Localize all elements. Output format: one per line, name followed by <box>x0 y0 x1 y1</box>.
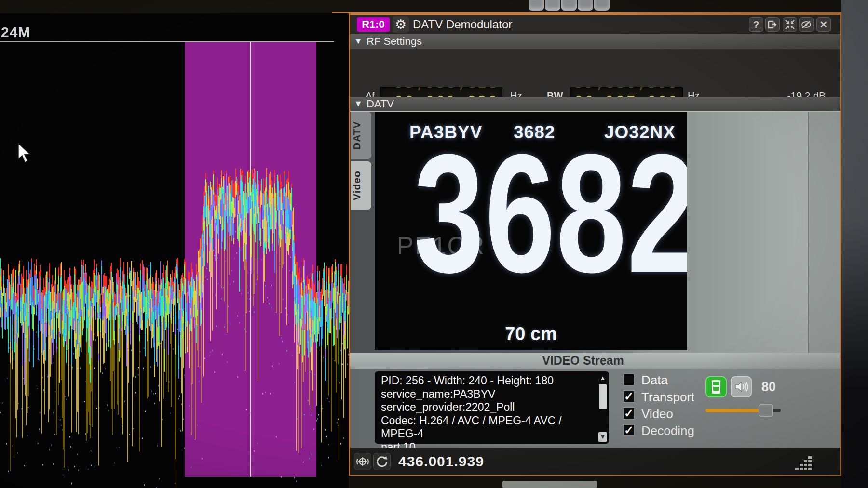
tab-video[interactable]: Video <box>351 161 371 210</box>
screen-right-edge <box>841 0 868 488</box>
checkbox-transport[interactable]: ✓ <box>623 390 635 403</box>
speaker-icon <box>734 381 748 393</box>
checkbox-label: Transport <box>641 390 694 405</box>
checkbox-decoding[interactable]: ✓ <box>623 424 635 436</box>
stream-info-line: PID: 256 - Width: 240 - Height: 180 <box>381 374 595 388</box>
section-label: DATV <box>366 98 394 110</box>
dial-ghost-digits: 99,086,999 <box>570 87 682 92</box>
audio-mute-button[interactable] <box>731 376 752 397</box>
section-label: RF Settings <box>366 35 422 48</box>
collapse-triangle-icon[interactable]: ▼ <box>354 99 363 109</box>
stream-info-line: service_provider:2202_Poll <box>381 401 595 414</box>
window-titlebar[interactable]: R1:0 ⚙ DATV Demodulator ? <box>350 15 840 34</box>
datv-demodulator-window: R1:0 ⚙ DATV Demodulator ? <box>349 13 841 476</box>
checkbox-video[interactable]: ✓ <box>623 407 635 420</box>
spectrum-header-divider <box>0 41 334 42</box>
channel-frequency-readout: 436.001.939 <box>398 453 484 470</box>
dial-ghost-digits: +99,990,828 <box>380 87 502 92</box>
rf-settings-panel: Δf +99,990,828 +00,001,939 +11,112,040 H… <box>350 49 840 97</box>
resize-grip[interactable] <box>795 456 813 474</box>
cycle-frequency-icon[interactable] <box>373 453 391 470</box>
background-icon[interactable] <box>594 0 610 11</box>
checkbox-label: Data <box>641 373 668 388</box>
scrollbar[interactable]: ▲ ▼ <box>598 373 607 442</box>
stream-info-box[interactable]: PID: 256 - Width: 240 - Height: 180 serv… <box>375 371 609 444</box>
spectrum-display[interactable] <box>0 13 349 488</box>
checkbox-label: Video <box>641 407 673 422</box>
video-band-label: 70 cm <box>375 324 687 344</box>
datv-content-area: DATV Video PA3BYV 3682 JO32NX PE1CR 3682… <box>350 111 840 447</box>
channel-index-badge[interactable]: R1:0 <box>357 17 390 32</box>
video-stream-header: VIDEO Stream <box>350 353 840 369</box>
mouse-cursor <box>17 143 32 164</box>
close-icon[interactable]: ✕ <box>816 17 831 32</box>
slider-handle[interactable] <box>759 404 773 417</box>
background-icon[interactable] <box>529 0 544 11</box>
window-title: DATV Demodulator <box>413 15 512 34</box>
channel-marker-icon[interactable] <box>354 453 371 470</box>
volume-slider[interactable] <box>705 404 781 417</box>
background-icon[interactable] <box>545 0 560 11</box>
empty-side-panel <box>690 112 809 353</box>
scroll-up-icon[interactable]: ▲ <box>598 373 607 383</box>
stream-info-line: service_name:PA3BYV <box>381 388 595 401</box>
background-icon[interactable] <box>561 0 577 11</box>
checkbox-label: Decoding <box>641 423 694 438</box>
film-icon <box>710 380 722 394</box>
checkbox-data[interactable] <box>623 373 635 386</box>
video-enable-button[interactable] <box>705 376 727 397</box>
shrink-icon[interactable] <box>783 17 797 32</box>
rf-settings-section-header[interactable]: ▼ RF Settings <box>350 34 840 49</box>
help-icon[interactable]: ? <box>749 17 763 32</box>
background-icon[interactable] <box>578 0 593 11</box>
collapse-triangle-icon[interactable]: ▼ <box>354 36 363 46</box>
video-display: PA3BYV 3682 JO32NX PE1CR 3682 70 cm <box>375 112 687 350</box>
tab-datv[interactable]: DATV <box>351 112 371 159</box>
undock-icon[interactable] <box>765 17 780 32</box>
background-window-icons[interactable] <box>529 0 610 11</box>
stream-info-line: Codec: H.264 / AVC / MPEG-4 AVC / MPEG-4 <box>381 414 595 441</box>
datv-section-header[interactable]: ▼ DATV <box>350 97 840 111</box>
slider-fill <box>705 409 766 412</box>
hide-icon[interactable] <box>799 17 814 32</box>
sample-rate-label: 24M <box>1 24 30 40</box>
background-window-edge <box>502 481 597 488</box>
channel-status-bar: 436.001.939 <box>350 448 840 475</box>
stream-controls-panel: PID: 256 - Width: 240 - Height: 180 serv… <box>350 369 840 448</box>
monitor-photo: 24M R1:0 ⚙ DATV Demodulator ? <box>0 0 868 488</box>
settings-gear-icon[interactable]: ⚙ <box>393 16 409 33</box>
scrollbar-thumb[interactable] <box>599 384 607 409</box>
video-big-number: 3682 <box>414 129 648 298</box>
scroll-down-icon[interactable]: ▼ <box>598 432 607 442</box>
volume-value: 80 <box>761 380 776 395</box>
